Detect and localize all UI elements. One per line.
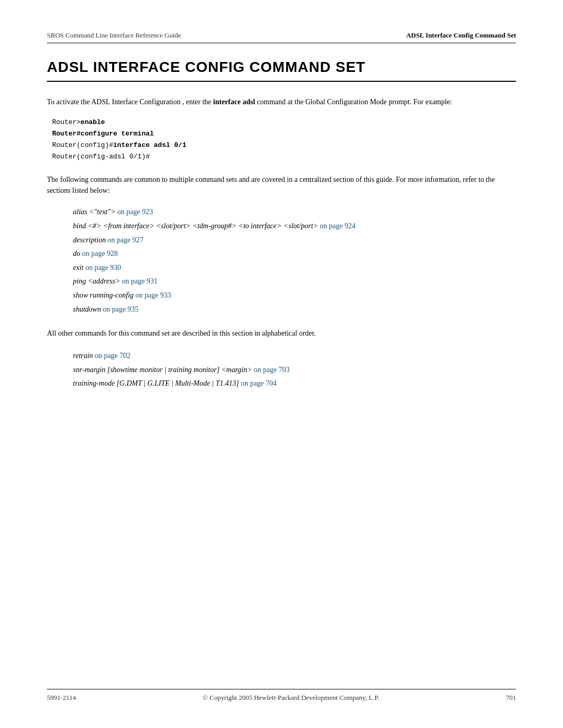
link-item-retrain: retrain on page 702 [73,349,516,363]
link-show-running-config[interactable]: on page 933 [136,291,171,299]
code-line-4: Router(config-adsl 0/1)# [52,151,516,163]
link-do[interactable]: on page 928 [82,250,118,257]
section-links-list: retrain on page 702 snr-margin [showtime… [73,349,516,391]
link-item: alias <"text"> on page 923 [73,205,516,219]
link-item: do on page 928 [73,247,516,261]
header-right: ADSL Interface Config Command Set [406,31,516,40]
link-snr-margin[interactable]: on page 703 [254,366,289,374]
link-exit[interactable]: on page 930 [85,264,121,272]
code-line-2: Router#configure terminal [52,128,516,140]
link-ping[interactable]: on page 931 [122,277,157,285]
link-description[interactable]: on page 927 [108,236,143,244]
link-bind[interactable]: on page 924 [320,222,356,230]
link-item: ping <address> on page 931 [73,275,516,289]
code-block: Router>enable Router#configure terminal … [52,117,516,163]
link-item: description on page 927 [73,233,516,248]
page-header: SROS Command Line Interface Reference Gu… [47,31,516,43]
link-item-snr: snr-margin [showtime monitor | training … [73,363,516,377]
alphabetical-text: All other commands for this command set … [47,328,516,339]
footer-center: © Copyright 2005 Hewlett-Packard Develop… [203,694,380,702]
link-item: show running-config on page 933 [73,289,516,303]
code-line-3: Router(config)#interface adsl 0/1 [52,140,516,151]
link-alias[interactable]: on page 923 [117,208,153,216]
common-links-list: alias <"text"> on page 923 bind <#> <fro… [73,205,516,316]
footer-left: 5991-2114 [47,694,76,702]
intro-paragraph: To activate the ADSL Interface Configura… [47,96,516,107]
link-training-mode[interactable]: on page 704 [241,379,276,387]
page-title: ADSL Interface Config Command Set [47,59,516,82]
link-item-training-mode: training-mode [G.DMT | G.LITE | Multi-Mo… [73,377,516,391]
page-footer: 5991-2114 © Copyright 2005 Hewlett-Packa… [47,689,516,702]
link-retrain[interactable]: on page 702 [95,352,130,360]
footer-right: 701 [506,694,516,702]
link-item: exit on page 930 [73,261,516,275]
code-line-1: Router>enable [52,117,516,128]
common-commands-intro: The following commands are common to mul… [47,174,516,196]
header-left: SROS Command Line Interface Reference Gu… [47,31,181,40]
link-shutdown[interactable]: on page 935 [103,305,138,313]
link-item: bind <#> <from interface> <slot/port> <t… [73,219,516,233]
link-item: shutdown on page 935 [73,303,516,317]
